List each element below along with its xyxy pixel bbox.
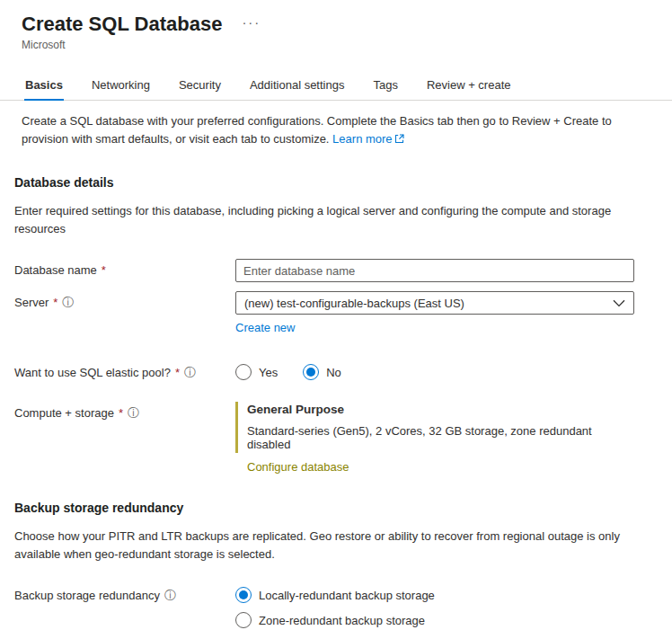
intro-text: Create a SQL database with your preferre… [22,114,612,146]
elastic-pool-label-group: Want to use SQL elastic pool? * ⓘ [14,361,235,379]
selected-tier-card: General Purpose Standard-series (Gen5), … [235,402,634,453]
database-details-heading: Database details [14,175,647,190]
learn-more-label: Learn more [332,132,392,146]
title-row: Create SQL Database ··· [22,13,650,36]
required-marker: * [102,263,106,277]
create-sql-database-page: Create SQL Database ··· Microsoft Basics… [0,0,672,630]
info-icon[interactable]: ⓘ [128,407,139,419]
page-title: Create SQL Database [22,13,222,36]
tab-basics[interactable]: Basics [24,73,64,100]
create-new-server-link[interactable]: Create new [235,321,295,334]
radio-label: Locally-redundant backup storage [259,589,435,602]
configure-database-link[interactable]: Configure database [247,460,349,474]
backup-redundancy-row: Backup storage redundancy ⓘ Locally-redu… [14,584,647,630]
backup-option-zone-redundant[interactable]: Zone-redundant backup storage [235,612,634,628]
tab-review-create[interactable]: Review + create [426,73,512,100]
info-icon[interactable]: ⓘ [62,297,74,308]
compute-storage-label: Compute + storage [14,406,114,420]
required-marker: * [119,406,123,420]
backup-redundancy-label: Backup storage redundancy [14,589,160,602]
tab-security[interactable]: Security [178,73,222,100]
info-icon[interactable]: ⓘ [164,590,176,601]
main-content: Create a SQL database with your preferre… [0,112,672,630]
elastic-pool-label: Want to use SQL elastic pool? [14,366,171,379]
intro-paragraph: Create a SQL database with your preferre… [22,112,640,148]
info-icon[interactable]: ⓘ [184,367,196,378]
database-name-input[interactable] [235,259,634,282]
radio-icon [303,364,319,380]
tab-additional-settings[interactable]: Additional settings [249,73,346,100]
elastic-pool-radio-group: Yes No [235,361,634,380]
backup-redundancy-radio-group: Locally-redundant backup storage Zone-re… [235,584,634,630]
backup-option-locally-redundant[interactable]: Locally-redundant backup storage [235,587,634,603]
more-options-button[interactable]: ··· [242,14,261,30]
tab-networking[interactable]: Networking [91,73,151,100]
elastic-pool-option-yes[interactable]: Yes [235,364,278,380]
database-details-description: Enter required settings for this databas… [14,202,647,237]
server-label: Server [14,296,49,309]
radio-icon [235,612,252,628]
compute-storage-row: Compute + storage * ⓘ General Purpose St… [14,402,647,474]
server-row: Server * ⓘ (new) test-configurable-backu… [14,291,647,334]
required-marker: * [175,366,180,379]
required-marker: * [53,296,57,309]
external-link-icon [394,134,404,144]
server-dropdown-value: (new) test-configurable-backups (East US… [244,297,464,310]
compute-storage-label-group: Compute + storage * ⓘ [14,402,235,420]
server-dropdown[interactable]: (new) test-configurable-backups (East US… [235,291,634,315]
page-header: Create SQL Database ··· Microsoft [0,13,672,51]
server-label-group: Server * ⓘ [14,291,235,309]
database-name-label-group: Database name * [14,259,235,277]
backup-description: Choose how your PITR and LTR backups are… [14,528,647,563]
radio-icon [235,364,252,380]
radio-icon [235,587,252,603]
learn-more-link[interactable]: Learn more [332,132,403,146]
backup-heading: Backup storage redundancy [14,501,647,515]
database-name-control [235,259,634,282]
elastic-pool-option-no[interactable]: No [303,364,341,380]
database-name-label: Database name [14,263,97,277]
elastic-pool-row: Want to use SQL elastic pool? * ⓘ Yes No [14,361,647,380]
tab-bar: Basics Networking Security Additional se… [0,73,672,101]
tier-details: Standard-series (Gen5), 2 vCores, 32 GB … [247,424,634,451]
radio-label: Zone-redundant backup storage [259,614,425,627]
compute-storage-control: General Purpose Standard-series (Gen5), … [235,402,634,474]
radio-label: Yes [259,366,278,379]
radio-label: No [326,366,341,379]
backup-redundancy-label-group: Backup storage redundancy ⓘ [14,584,235,602]
publisher-label: Microsoft [22,39,650,51]
chevron-down-icon [613,299,625,307]
server-control: (new) test-configurable-backups (East US… [235,291,634,334]
database-name-row: Database name * [14,259,647,282]
tab-tags[interactable]: Tags [372,73,398,100]
tier-name: General Purpose [247,403,634,416]
